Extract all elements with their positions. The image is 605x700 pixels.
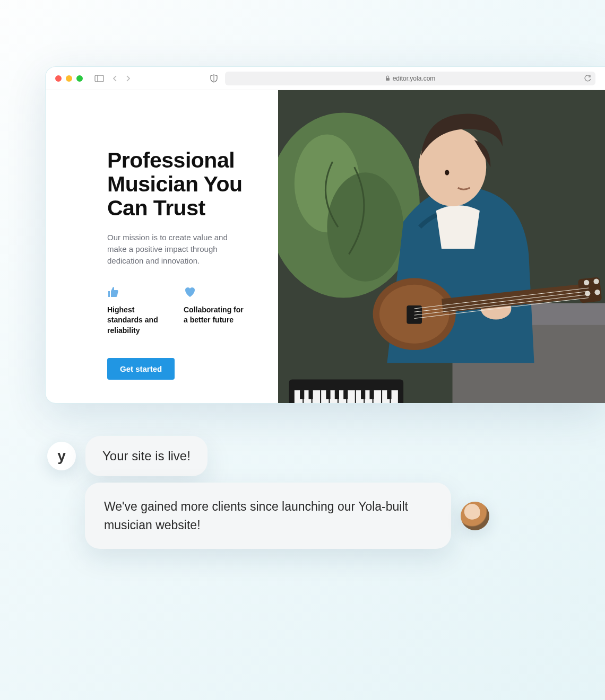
maximize-window-button[interactable] xyxy=(76,75,83,82)
svg-point-6 xyxy=(327,172,403,281)
feature-item: Collaborating for a better future xyxy=(184,286,247,336)
svg-rect-0 xyxy=(95,75,103,82)
chat-bubble-system: Your site is live! xyxy=(85,436,208,476)
svg-point-19 xyxy=(593,279,599,284)
svg-rect-44 xyxy=(361,390,365,399)
browser-chrome: editor.yola.com xyxy=(46,67,605,90)
svg-rect-39 xyxy=(300,390,304,399)
back-button[interactable] xyxy=(113,75,118,82)
page-title: Professional Musician You Can Trust xyxy=(107,148,248,220)
yola-avatar: y xyxy=(47,442,76,470)
url-text: editor.yola.com xyxy=(393,75,436,82)
hero-image xyxy=(278,90,605,403)
chat-row-user: We've gained more clients since launchin… xyxy=(85,483,489,549)
close-window-button[interactable] xyxy=(55,75,62,82)
svg-rect-43 xyxy=(343,390,348,399)
hero-left: Professional Musician You Can Trust Our … xyxy=(46,90,278,403)
svg-rect-42 xyxy=(335,390,339,399)
chat-bubble-user: We've gained more clients since launchin… xyxy=(85,483,451,549)
feature-label: Collaborating for a better future xyxy=(184,305,247,326)
feature-item: Highest standards and reliability xyxy=(107,286,171,336)
url-bar[interactable]: editor.yola.com xyxy=(225,72,595,85)
traffic-lights xyxy=(55,75,83,82)
get-started-button[interactable]: Get started xyxy=(107,358,175,380)
reload-button[interactable] xyxy=(584,75,591,82)
svg-point-10 xyxy=(445,170,449,175)
svg-point-21 xyxy=(594,290,600,295)
page-content: Professional Musician You Can Trust Our … xyxy=(46,90,605,403)
sidebar-toggle-icon[interactable] xyxy=(94,75,104,82)
minimize-window-button[interactable] xyxy=(66,75,72,82)
chat-row-system: y Your site is live! xyxy=(47,436,208,476)
svg-rect-46 xyxy=(387,390,391,399)
privacy-shield-icon[interactable] xyxy=(210,74,218,83)
features: Highest standards and reliability Collab… xyxy=(107,286,248,336)
svg-rect-41 xyxy=(326,390,330,399)
svg-rect-40 xyxy=(308,390,313,399)
mission-text: Our mission is to create value and make … xyxy=(107,232,245,266)
svg-rect-45 xyxy=(369,390,374,399)
svg-rect-2 xyxy=(386,78,390,81)
svg-point-18 xyxy=(584,280,589,285)
nav-arrows xyxy=(113,75,131,82)
user-avatar xyxy=(461,502,489,530)
lock-icon xyxy=(385,75,390,81)
heart-icon xyxy=(184,286,247,298)
feature-label: Highest standards and reliability xyxy=(107,305,171,336)
thumbs-up-icon xyxy=(107,286,171,298)
browser-window: editor.yola.com Professional Musician Yo… xyxy=(45,66,605,404)
forward-button[interactable] xyxy=(125,75,131,82)
